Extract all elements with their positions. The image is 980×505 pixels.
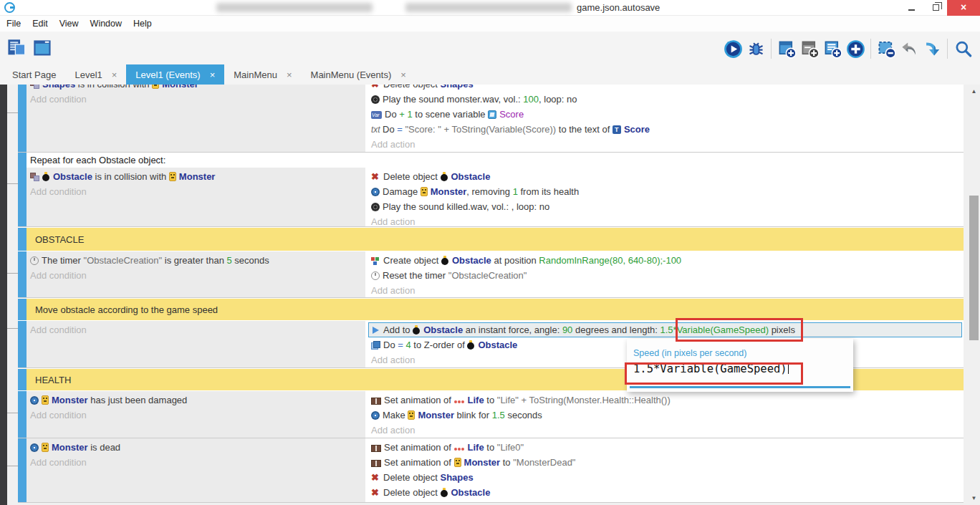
- event-indicator-bar: [18, 391, 27, 438]
- action-line[interactable]: Set animation of Life to "Life0": [371, 440, 964, 455]
- search-icon[interactable]: [951, 37, 974, 60]
- collision-icon: [30, 85, 39, 89]
- tab-start-page[interactable]: Start Page: [3, 64, 65, 85]
- text-segment: Set animation of: [384, 457, 454, 468]
- action-line[interactable]: Make Monster blink for 1.5 seconds: [371, 408, 964, 423]
- text-segment: an instant force, angle:: [463, 324, 562, 335]
- event-indicator-bar: [18, 85, 27, 152]
- tab-level1[interactable]: Level1×: [65, 64, 126, 85]
- add-action-button[interactable]: Add action: [371, 283, 964, 297]
- action-line[interactable]: txt Do = "Score: " + ToString(Variable(S…: [371, 122, 964, 137]
- undo-icon[interactable]: [898, 37, 921, 60]
- action-line[interactable]: Set animation of Life to "Life" + ToStri…: [371, 393, 964, 408]
- menu-item-help[interactable]: Help: [128, 19, 158, 29]
- debug-icon[interactable]: [744, 37, 767, 60]
- text-segment: 1: [513, 186, 518, 197]
- text-segment: Add condition: [30, 457, 87, 468]
- group-header-row[interactable]: Move obstacle according to the game spee…: [18, 299, 964, 320]
- text-segment: Monster: [52, 442, 88, 453]
- tab-close-icon[interactable]: ×: [287, 69, 292, 80]
- action-line[interactable]: Play the sound monster.wav, vol.: 100, l…: [371, 92, 964, 107]
- titlebar: game.json.autosave ×: [0, 0, 980, 16]
- add-condition-button[interactable]: Add condition: [30, 184, 365, 199]
- scene-editor-icon[interactable]: [31, 37, 54, 59]
- action-line[interactable]: Delete object Obstacle: [371, 169, 964, 184]
- redo-icon[interactable]: [921, 37, 943, 60]
- add-circle-icon[interactable]: [844, 37, 867, 60]
- add-action-button[interactable]: Add action: [371, 423, 964, 438]
- add-condition-button[interactable]: Add condition: [30, 322, 365, 337]
- action-line[interactable]: Delete object Shapes: [371, 470, 964, 485]
- action-line[interactable]: Delete object Obstacle: [371, 485, 964, 500]
- action-line[interactable]: Damage Monster, removing 1 from its heal…: [371, 184, 964, 199]
- event-row[interactable]: Monster is deadAdd conditionSet animatio…: [18, 438, 964, 503]
- tab-mainmenu-events-[interactable]: MainMenu (Events)×: [302, 64, 415, 85]
- condition-line[interactable]: Monster is dead: [30, 440, 365, 455]
- text-segment: Obstacle: [53, 171, 92, 182]
- event-row[interactable]: The timer "ObstacleCreation" is greater …: [18, 251, 964, 298]
- text-segment: Monster: [179, 171, 216, 182]
- text-segment: Create object: [383, 255, 441, 266]
- project-manager-icon[interactable]: [4, 37, 27, 59]
- tab-mainmenu[interactable]: MainMenu×: [224, 64, 301, 85]
- action-line[interactable]: Delete object Shapes: [371, 85, 964, 92]
- play-icon[interactable]: [721, 37, 744, 60]
- text-segment: Add condition: [30, 94, 87, 105]
- condition-line[interactable]: The timer "ObstacleCreation" is greater …: [30, 253, 365, 268]
- condition-line[interactable]: Obstacle is in collision with Monster: [30, 169, 365, 184]
- group-header-label: Move obstacle according to the game spee…: [27, 299, 964, 320]
- condition-line[interactable]: Shapes is in collision with Monster: [30, 85, 365, 92]
- add-event-icon[interactable]: [775, 37, 798, 60]
- action-line[interactable]: Create object Obstacle at position Rando…: [371, 253, 964, 268]
- vertical-scrollbar[interactable]: ▲ ▼: [968, 85, 980, 505]
- timer-icon: [30, 256, 39, 265]
- event-row[interactable]: Monster has just been damagedAdd conditi…: [18, 391, 964, 438]
- menu-item-edit[interactable]: Edit: [27, 19, 54, 29]
- add-action-button[interactable]: Add action: [371, 137, 964, 152]
- tab-level1-events-[interactable]: Level1 (Events)×: [126, 64, 224, 85]
- scrollbar-thumb[interactable]: [969, 196, 979, 340]
- toolbar-separator: [771, 39, 772, 59]
- maximize-button[interactable]: [924, 0, 947, 16]
- text-segment: Damage: [383, 186, 421, 197]
- add-subevent-icon[interactable]: [798, 37, 821, 60]
- condition-line[interactable]: Monster has just been damaged: [30, 393, 365, 408]
- close-button[interactable]: ×: [947, 0, 980, 16]
- action-line[interactable]: Play the sound killed.wav, vol.: , loop:…: [371, 199, 964, 214]
- animation-icon: [371, 460, 381, 467]
- tab-close-icon[interactable]: ×: [400, 69, 406, 80]
- event-indicator-bar: [18, 299, 27, 320]
- text-segment: Delete object: [383, 472, 441, 483]
- text-segment: Monster: [464, 457, 501, 468]
- annotation-rect-expression: [676, 318, 803, 342]
- add-condition-button[interactable]: Add condition: [30, 455, 365, 470]
- add-condition-button[interactable]: Add condition: [30, 92, 365, 107]
- text-segment: Add action: [371, 139, 415, 150]
- tab-close-icon[interactable]: ×: [112, 69, 117, 80]
- action-line[interactable]: Add to Obstacle an instant force, angle:…: [368, 322, 962, 337]
- add-condition-button[interactable]: Add condition: [30, 268, 365, 283]
- action-line[interactable]: Reset the timer "ObstacleCreation": [371, 268, 964, 283]
- text-segment: Add action: [371, 285, 415, 296]
- event-row[interactable]: Shapes is in collision with MonsterAdd c…: [18, 85, 964, 153]
- menu-item-view[interactable]: View: [54, 19, 85, 29]
- add-comment-icon[interactable]: [821, 37, 844, 60]
- minimize-button[interactable]: [900, 0, 923, 16]
- group-header-row[interactable]: OBSTACLE: [18, 228, 964, 251]
- event-row[interactable]: Repeat for each Obstacle object:Obstacle…: [18, 153, 964, 227]
- scroll-up-arrow-icon[interactable]: ▲: [968, 86, 980, 97]
- add-action-button[interactable]: Add action: [371, 214, 964, 226]
- delete-event-icon[interactable]: [875, 37, 898, 60]
- action-line[interactable]: Do + 1 to scene variable Score: [371, 107, 964, 122]
- zorder-icon: [371, 341, 380, 350]
- action-line[interactable]: Set animation of Monster to "MonsterDead…: [371, 455, 964, 470]
- text-segment: seconds: [232, 255, 269, 266]
- tab-close-icon[interactable]: ×: [210, 69, 216, 80]
- add-condition-button[interactable]: Add condition: [30, 408, 365, 423]
- event-repeat-header[interactable]: Repeat for each Obstacle object:: [27, 153, 964, 168]
- menu-item-file[interactable]: File: [6, 19, 27, 29]
- text-segment: degrees and length:: [572, 324, 660, 335]
- scroll-down-arrow-icon[interactable]: ▼: [968, 493, 980, 504]
- sound-icon: [371, 95, 380, 104]
- menu-item-window[interactable]: Window: [85, 19, 128, 29]
